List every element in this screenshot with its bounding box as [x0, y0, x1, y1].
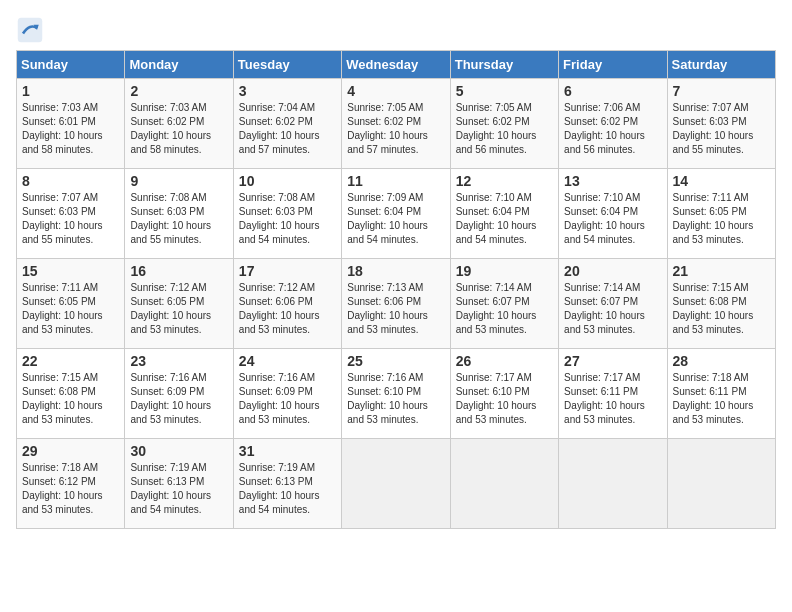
calendar-day-cell: 10Sunrise: 7:08 AM Sunset: 6:03 PM Dayli… [233, 169, 341, 259]
calendar-day-cell: 9Sunrise: 7:08 AM Sunset: 6:03 PM Daylig… [125, 169, 233, 259]
logo [16, 16, 48, 44]
calendar-header-row: SundayMondayTuesdayWednesdayThursdayFrid… [17, 51, 776, 79]
calendar-day-cell: 25Sunrise: 7:16 AM Sunset: 6:10 PM Dayli… [342, 349, 450, 439]
day-number: 24 [239, 353, 336, 369]
calendar-day-cell [559, 439, 667, 529]
day-number: 7 [673, 83, 770, 99]
day-number: 29 [22, 443, 119, 459]
day-info: Sunrise: 7:12 AM Sunset: 6:05 PM Dayligh… [130, 281, 227, 337]
calendar-day-cell: 27Sunrise: 7:17 AM Sunset: 6:11 PM Dayli… [559, 349, 667, 439]
day-number: 6 [564, 83, 661, 99]
calendar-week-row: 22Sunrise: 7:15 AM Sunset: 6:08 PM Dayli… [17, 349, 776, 439]
calendar-week-row: 29Sunrise: 7:18 AM Sunset: 6:12 PM Dayli… [17, 439, 776, 529]
day-number: 2 [130, 83, 227, 99]
calendar-day-cell: 8Sunrise: 7:07 AM Sunset: 6:03 PM Daylig… [17, 169, 125, 259]
calendar-day-cell [450, 439, 558, 529]
day-number: 20 [564, 263, 661, 279]
day-info: Sunrise: 7:08 AM Sunset: 6:03 PM Dayligh… [130, 191, 227, 247]
calendar-day-cell: 15Sunrise: 7:11 AM Sunset: 6:05 PM Dayli… [17, 259, 125, 349]
day-info: Sunrise: 7:10 AM Sunset: 6:04 PM Dayligh… [456, 191, 553, 247]
day-number: 27 [564, 353, 661, 369]
day-of-week-header: Thursday [450, 51, 558, 79]
day-info: Sunrise: 7:19 AM Sunset: 6:13 PM Dayligh… [130, 461, 227, 517]
day-info: Sunrise: 7:05 AM Sunset: 6:02 PM Dayligh… [456, 101, 553, 157]
calendar-day-cell: 7Sunrise: 7:07 AM Sunset: 6:03 PM Daylig… [667, 79, 775, 169]
day-info: Sunrise: 7:03 AM Sunset: 6:02 PM Dayligh… [130, 101, 227, 157]
calendar-day-cell: 30Sunrise: 7:19 AM Sunset: 6:13 PM Dayli… [125, 439, 233, 529]
day-number: 3 [239, 83, 336, 99]
day-info: Sunrise: 7:15 AM Sunset: 6:08 PM Dayligh… [22, 371, 119, 427]
calendar-day-cell: 3Sunrise: 7:04 AM Sunset: 6:02 PM Daylig… [233, 79, 341, 169]
day-info: Sunrise: 7:11 AM Sunset: 6:05 PM Dayligh… [22, 281, 119, 337]
svg-rect-0 [18, 18, 43, 43]
day-info: Sunrise: 7:16 AM Sunset: 6:09 PM Dayligh… [130, 371, 227, 427]
day-of-week-header: Wednesday [342, 51, 450, 79]
calendar-week-row: 15Sunrise: 7:11 AM Sunset: 6:05 PM Dayli… [17, 259, 776, 349]
calendar-day-cell: 20Sunrise: 7:14 AM Sunset: 6:07 PM Dayli… [559, 259, 667, 349]
day-info: Sunrise: 7:15 AM Sunset: 6:08 PM Dayligh… [673, 281, 770, 337]
day-info: Sunrise: 7:12 AM Sunset: 6:06 PM Dayligh… [239, 281, 336, 337]
day-info: Sunrise: 7:06 AM Sunset: 6:02 PM Dayligh… [564, 101, 661, 157]
day-number: 22 [22, 353, 119, 369]
day-of-week-header: Tuesday [233, 51, 341, 79]
day-info: Sunrise: 7:16 AM Sunset: 6:10 PM Dayligh… [347, 371, 444, 427]
day-number: 26 [456, 353, 553, 369]
day-number: 13 [564, 173, 661, 189]
day-info: Sunrise: 7:04 AM Sunset: 6:02 PM Dayligh… [239, 101, 336, 157]
day-number: 12 [456, 173, 553, 189]
calendar-day-cell: 26Sunrise: 7:17 AM Sunset: 6:10 PM Dayli… [450, 349, 558, 439]
calendar-day-cell: 14Sunrise: 7:11 AM Sunset: 6:05 PM Dayli… [667, 169, 775, 259]
calendar-day-cell: 18Sunrise: 7:13 AM Sunset: 6:06 PM Dayli… [342, 259, 450, 349]
day-info: Sunrise: 7:08 AM Sunset: 6:03 PM Dayligh… [239, 191, 336, 247]
day-of-week-header: Saturday [667, 51, 775, 79]
day-info: Sunrise: 7:03 AM Sunset: 6:01 PM Dayligh… [22, 101, 119, 157]
calendar-day-cell: 1Sunrise: 7:03 AM Sunset: 6:01 PM Daylig… [17, 79, 125, 169]
day-info: Sunrise: 7:11 AM Sunset: 6:05 PM Dayligh… [673, 191, 770, 247]
day-number: 31 [239, 443, 336, 459]
calendar-day-cell: 23Sunrise: 7:16 AM Sunset: 6:09 PM Dayli… [125, 349, 233, 439]
day-info: Sunrise: 7:18 AM Sunset: 6:11 PM Dayligh… [673, 371, 770, 427]
calendar-day-cell: 6Sunrise: 7:06 AM Sunset: 6:02 PM Daylig… [559, 79, 667, 169]
calendar-day-cell [667, 439, 775, 529]
day-info: Sunrise: 7:14 AM Sunset: 6:07 PM Dayligh… [564, 281, 661, 337]
day-number: 5 [456, 83, 553, 99]
day-number: 4 [347, 83, 444, 99]
calendar-day-cell: 22Sunrise: 7:15 AM Sunset: 6:08 PM Dayli… [17, 349, 125, 439]
calendar-week-row: 1Sunrise: 7:03 AM Sunset: 6:01 PM Daylig… [17, 79, 776, 169]
calendar-day-cell [342, 439, 450, 529]
day-info: Sunrise: 7:18 AM Sunset: 6:12 PM Dayligh… [22, 461, 119, 517]
page-header [16, 16, 776, 44]
day-info: Sunrise: 7:07 AM Sunset: 6:03 PM Dayligh… [22, 191, 119, 247]
day-number: 28 [673, 353, 770, 369]
day-number: 19 [456, 263, 553, 279]
day-info: Sunrise: 7:17 AM Sunset: 6:10 PM Dayligh… [456, 371, 553, 427]
day-number: 10 [239, 173, 336, 189]
day-number: 21 [673, 263, 770, 279]
day-number: 30 [130, 443, 227, 459]
day-number: 17 [239, 263, 336, 279]
calendar-day-cell: 5Sunrise: 7:05 AM Sunset: 6:02 PM Daylig… [450, 79, 558, 169]
day-number: 1 [22, 83, 119, 99]
day-of-week-header: Friday [559, 51, 667, 79]
day-number: 9 [130, 173, 227, 189]
calendar-day-cell: 2Sunrise: 7:03 AM Sunset: 6:02 PM Daylig… [125, 79, 233, 169]
day-number: 23 [130, 353, 227, 369]
calendar-day-cell: 4Sunrise: 7:05 AM Sunset: 6:02 PM Daylig… [342, 79, 450, 169]
calendar-day-cell: 19Sunrise: 7:14 AM Sunset: 6:07 PM Dayli… [450, 259, 558, 349]
day-info: Sunrise: 7:17 AM Sunset: 6:11 PM Dayligh… [564, 371, 661, 427]
day-info: Sunrise: 7:05 AM Sunset: 6:02 PM Dayligh… [347, 101, 444, 157]
calendar-day-cell: 21Sunrise: 7:15 AM Sunset: 6:08 PM Dayli… [667, 259, 775, 349]
day-of-week-header: Sunday [17, 51, 125, 79]
day-info: Sunrise: 7:14 AM Sunset: 6:07 PM Dayligh… [456, 281, 553, 337]
day-number: 11 [347, 173, 444, 189]
day-number: 8 [22, 173, 119, 189]
day-info: Sunrise: 7:07 AM Sunset: 6:03 PM Dayligh… [673, 101, 770, 157]
day-number: 18 [347, 263, 444, 279]
calendar-day-cell: 17Sunrise: 7:12 AM Sunset: 6:06 PM Dayli… [233, 259, 341, 349]
calendar-day-cell: 11Sunrise: 7:09 AM Sunset: 6:04 PM Dayli… [342, 169, 450, 259]
day-number: 14 [673, 173, 770, 189]
day-info: Sunrise: 7:16 AM Sunset: 6:09 PM Dayligh… [239, 371, 336, 427]
calendar-day-cell: 16Sunrise: 7:12 AM Sunset: 6:05 PM Dayli… [125, 259, 233, 349]
day-info: Sunrise: 7:09 AM Sunset: 6:04 PM Dayligh… [347, 191, 444, 247]
calendar-day-cell: 12Sunrise: 7:10 AM Sunset: 6:04 PM Dayli… [450, 169, 558, 259]
